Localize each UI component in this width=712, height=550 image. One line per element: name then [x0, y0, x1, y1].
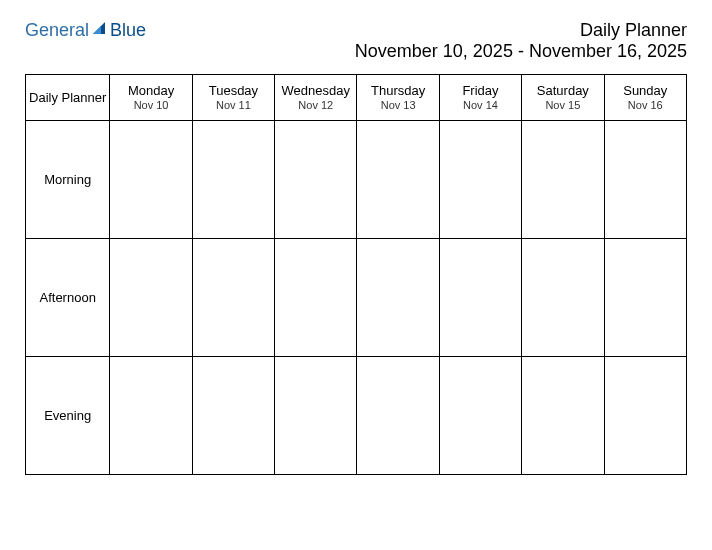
afternoon-row: Afternoon [26, 239, 687, 357]
day-date: Nov 14 [442, 98, 519, 112]
cell-morning-tuesday [192, 121, 274, 239]
corner-header: Daily Planner [26, 75, 110, 121]
cell-morning-wednesday [275, 121, 357, 239]
logo-text-blue: Blue [110, 20, 146, 41]
cell-afternoon-wednesday [275, 239, 357, 357]
cell-evening-thursday [357, 357, 439, 475]
cell-morning-saturday [522, 121, 604, 239]
day-header-saturday: Saturday Nov 15 [522, 75, 604, 121]
logo: General Blue [25, 20, 146, 41]
header-row: Daily Planner Monday Nov 10 Tuesday Nov … [26, 75, 687, 121]
day-name: Tuesday [195, 83, 272, 99]
day-name: Sunday [607, 83, 684, 99]
day-header-tuesday: Tuesday Nov 11 [192, 75, 274, 121]
period-label-morning: Morning [26, 121, 110, 239]
day-header-wednesday: Wednesday Nov 12 [275, 75, 357, 121]
day-name: Wednesday [277, 83, 354, 99]
day-date: Nov 15 [524, 98, 601, 112]
cell-afternoon-tuesday [192, 239, 274, 357]
logo-triangle-icon [91, 20, 107, 41]
header-titles: Daily Planner November 10, 2025 - Novemb… [355, 20, 687, 62]
day-header-monday: Monday Nov 10 [110, 75, 192, 121]
day-date: Nov 13 [359, 98, 436, 112]
cell-afternoon-saturday [522, 239, 604, 357]
cell-evening-friday [439, 357, 521, 475]
cell-evening-wednesday [275, 357, 357, 475]
day-name: Thursday [359, 83, 436, 99]
cell-morning-friday [439, 121, 521, 239]
logo-text-general: General [25, 20, 89, 41]
period-label-evening: Evening [26, 357, 110, 475]
page-title: Daily Planner [355, 20, 687, 41]
cell-afternoon-sunday [604, 239, 686, 357]
cell-morning-sunday [604, 121, 686, 239]
cell-evening-tuesday [192, 357, 274, 475]
cell-afternoon-monday [110, 239, 192, 357]
date-range: November 10, 2025 - November 16, 2025 [355, 41, 687, 62]
day-date: Nov 11 [195, 98, 272, 112]
day-header-friday: Friday Nov 14 [439, 75, 521, 121]
day-name: Monday [112, 83, 189, 99]
morning-row: Morning [26, 121, 687, 239]
day-date: Nov 16 [607, 98, 684, 112]
period-label-afternoon: Afternoon [26, 239, 110, 357]
day-header-thursday: Thursday Nov 13 [357, 75, 439, 121]
cell-morning-thursday [357, 121, 439, 239]
cell-afternoon-thursday [357, 239, 439, 357]
header: General Blue Daily Planner November 10, … [25, 20, 687, 62]
corner-label: Daily Planner [28, 90, 107, 106]
day-date: Nov 10 [112, 98, 189, 112]
planner-table: Daily Planner Monday Nov 10 Tuesday Nov … [25, 74, 687, 475]
cell-evening-monday [110, 357, 192, 475]
cell-evening-saturday [522, 357, 604, 475]
day-name: Friday [442, 83, 519, 99]
evening-row: Evening [26, 357, 687, 475]
day-header-sunday: Sunday Nov 16 [604, 75, 686, 121]
cell-evening-sunday [604, 357, 686, 475]
cell-morning-monday [110, 121, 192, 239]
cell-afternoon-friday [439, 239, 521, 357]
day-date: Nov 12 [277, 98, 354, 112]
day-name: Saturday [524, 83, 601, 99]
